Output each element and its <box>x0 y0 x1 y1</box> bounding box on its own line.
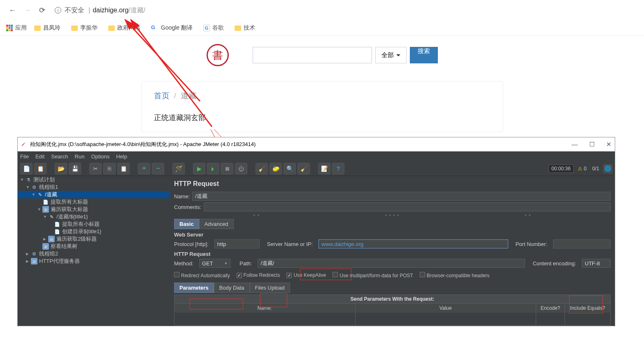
category-link[interactable]: 正统道藏洞玄部 <box>154 113 491 123</box>
test-plan-tree[interactable]: ▼⚗测试计划▼⚙线程组1▼✎/道藏📄提取所有大标题▼▣遍历获取大标题▼✎/道藏/… <box>18 176 170 326</box>
col-value[interactable]: Value <box>356 304 537 313</box>
encoding-label: Content encoding: <box>532 260 576 267</box>
back-button[interactable]: ← <box>6 4 19 16</box>
bookmark-item[interactable]: G谷歌 <box>203 24 224 32</box>
paste-button[interactable]: 📋 <box>117 163 130 174</box>
menu-help[interactable]: Help <box>116 153 127 160</box>
remote-button[interactable]: 🌐 <box>603 164 612 173</box>
info-icon[interactable]: i <box>55 7 61 14</box>
google-icon: G <box>203 25 210 31</box>
function-helper-button[interactable]: 📝 <box>318 163 330 174</box>
reset-search-button[interactable]: 🧹 <box>298 163 310 174</box>
menu-edit[interactable]: Edit <box>35 153 44 160</box>
shutdown-button[interactable]: ⏻ <box>235 163 247 174</box>
search-input[interactable] <box>253 47 372 63</box>
tree-node[interactable]: ▶▣HTTP代理服务器 <box>18 258 170 265</box>
path-input[interactable] <box>258 259 525 268</box>
tree-node[interactable]: 📄提取所有大标题 <box>18 198 170 206</box>
config-tabs: Basic Advanced <box>174 219 611 229</box>
add-button[interactable]: + <box>138 163 150 174</box>
clear-button[interactable]: 🧹 <box>256 163 268 174</box>
jmeter-window: 殆知阁优化.jmx (D:\soft\apache-jmeter-4.0\bin… <box>17 137 615 326</box>
name-input[interactable] <box>192 192 611 201</box>
col-name[interactable]: Name: <box>174 304 356 313</box>
clear-all-button[interactable]: 🧽 <box>270 163 282 174</box>
apps-button[interactable]: 应用 <box>6 24 27 32</box>
templates-button[interactable]: 📋 <box>34 163 46 174</box>
tree-node[interactable]: ▼✎/道藏 <box>18 191 170 198</box>
tree-node[interactable]: 📄提取所有小标题 <box>18 220 170 228</box>
bookmark-item[interactable]: 昌凤玲 <box>34 24 60 32</box>
tree-node[interactable]: ▣察看结果树 <box>18 243 170 250</box>
tree-node[interactable]: ▼▣遍历获取大标题 <box>18 206 170 213</box>
close-button[interactable]: ✕ <box>606 141 611 148</box>
comments-input[interactable] <box>204 202 611 211</box>
folder-icon <box>34 26 41 31</box>
menu-run[interactable]: Run <box>75 153 85 160</box>
bookmark-item[interactable]: GGoogle 翻译 <box>151 24 193 32</box>
menu-options[interactable]: Options <box>91 153 109 160</box>
new-button[interactable]: 📄 <box>20 163 33 174</box>
open-button[interactable]: 📂 <box>55 163 67 174</box>
copy-button[interactable]: ⎘ <box>103 163 116 174</box>
translate-icon: G <box>151 24 158 32</box>
jmeter-menubar: File Edit Search Run Options Help <box>18 151 615 161</box>
bookmark-item[interactable]: 技术 <box>235 24 255 32</box>
http-request-section-label: HTTP Request <box>174 251 611 257</box>
server-input[interactable] <box>319 239 508 248</box>
save-button[interactable]: 💾 <box>69 163 81 174</box>
reload-button[interactable]: ⟳ <box>36 4 48 16</box>
tree-node[interactable]: ▼⚗测试计划 <box>18 176 170 183</box>
col-include[interactable]: Include Equals? <box>565 304 610 313</box>
menu-search[interactable]: Search <box>51 153 68 160</box>
resize-grip[interactable]: ▲▲▲▲▲▲▲▲ <box>174 213 611 217</box>
bookmark-item[interactable]: 李振华 <box>71 24 98 32</box>
help-button[interactable]: ? <box>332 163 344 174</box>
start-button[interactable]: ▶ <box>193 163 205 174</box>
panel-title: HTTP Request <box>174 178 611 190</box>
params-table-title: Send Parameters With the Request: <box>174 295 610 304</box>
search-row: 書 全部 搜索 <box>0 44 644 66</box>
keepalive-checkbox[interactable]: ✓Use KeepAlive <box>286 272 326 278</box>
warning-indicator[interactable]: ⚠0 <box>578 166 587 172</box>
tree-node[interactable]: ▼⚙线程组1 <box>18 183 170 191</box>
forward-button[interactable]: → <box>21 4 33 16</box>
tree-node[interactable]: 📄创建目录${title1} <box>18 228 170 235</box>
tree-node[interactable]: ▼✎/道藏/${title1} <box>18 213 170 220</box>
warning-icon: ⚠ <box>578 166 582 172</box>
breadcrumb-home[interactable]: 首页 <box>154 91 170 100</box>
site-logo[interactable]: 書 <box>207 44 229 66</box>
method-dropdown[interactable]: GET <box>199 259 230 268</box>
cut-button[interactable]: ✂ <box>89 163 102 174</box>
tab-advanced[interactable]: Advanced <box>199 219 234 229</box>
menu-file[interactable]: File <box>20 153 29 160</box>
category-dropdown[interactable]: 全部 <box>375 47 407 63</box>
tab-body-data[interactable]: Body Data <box>214 283 250 293</box>
tab-parameters[interactable]: Parameters <box>174 283 214 293</box>
wand-button[interactable]: 🪄 <box>172 163 185 174</box>
start-no-pause-button[interactable]: ⏵ <box>207 163 219 174</box>
stop-button[interactable]: ⏹ <box>221 163 233 174</box>
jmeter-icon <box>21 142 27 147</box>
elapsed-time: 00:00:36 <box>549 165 574 173</box>
maximize-button[interactable]: ☐ <box>589 141 595 148</box>
tree-node[interactable]: ▶▣遍历获取2级标题 <box>18 235 170 243</box>
encoding-input[interactable] <box>582 259 611 268</box>
browser-compat-checkbox[interactable]: Browser-compatible headers <box>420 272 490 278</box>
port-input[interactable] <box>553 239 611 248</box>
tab-basic[interactable]: Basic <box>174 219 199 229</box>
address-bar[interactable]: i 不安全 | daizhige.org/道藏/ <box>55 6 145 15</box>
tab-files-upload[interactable]: Files Upload <box>250 283 290 293</box>
multipart-checkbox[interactable]: Use multipart/form-data for POST <box>332 272 413 278</box>
remove-button[interactable]: − <box>152 163 164 174</box>
col-encode[interactable]: Encode? <box>536 304 565 313</box>
bookmark-item[interactable]: 政府网站 <box>108 24 140 32</box>
protocol-input[interactable] <box>214 239 260 248</box>
search-button[interactable]: 🔍 <box>284 163 296 174</box>
search-button[interactable]: 搜索 <box>410 47 438 63</box>
tree-node[interactable]: ▶⚙线程组2 <box>18 250 170 258</box>
minimize-button[interactable]: — <box>572 141 578 148</box>
jmeter-titlebar[interactable]: 殆知阁优化.jmx (D:\soft\apache-jmeter-4.0\bin… <box>18 137 615 151</box>
follow-redirects-checkbox[interactable]: ✓Follow Redirects <box>237 272 280 278</box>
redirect-auto-checkbox[interactable]: Redirect Automatically <box>174 272 230 278</box>
